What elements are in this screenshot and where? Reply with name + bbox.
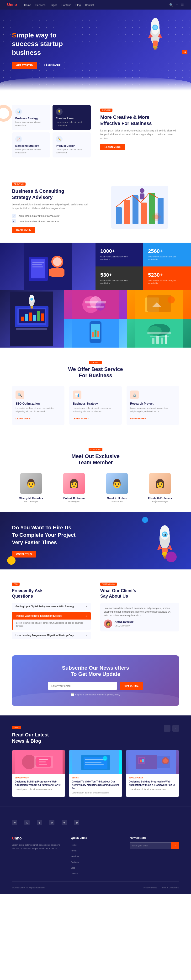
- nav-portfolio[interactable]: Portfolio: [62, 3, 71, 6]
- team-avatar-1: 👩: [63, 473, 85, 494]
- svg-rect-19: [140, 194, 145, 199]
- stats-section: 1000+ Over Paid Customers Project Worldw…: [0, 243, 191, 290]
- service-card-creative[interactable]: 💡 Creative Ideas Lorem ipsum dolor sit a…: [53, 105, 91, 130]
- portfolio-item-2[interactable]: [127, 290, 191, 319]
- blog-card-0[interactable]: DEVELOPMENT Designing Building Progressi…: [12, 750, 65, 797]
- svg-rect-39: [37, 311, 40, 321]
- service-card-desc-0: Lorem ipsum dolor sit amet consectetur: [15, 121, 47, 127]
- footer-subscribe-btn[interactable]: →: [171, 842, 179, 849]
- seo-icon: 🔍: [16, 391, 24, 399]
- blog-prev-btn[interactable]: ‹: [164, 725, 170, 732]
- brand-logo[interactable]: Unno: [7, 3, 17, 7]
- service-grid: 📊 Business Strategy Lorem ipsum dolor si…: [12, 105, 91, 158]
- footer-link-portfolio[interactable]: Portfolio: [71, 861, 79, 863]
- check-item-0: ✓ Lorem ipsum dolor sit amet consectetur: [12, 214, 91, 218]
- service-card-marketing[interactable]: 📈 Marketing Strategy Lorem ipsum dolor s…: [12, 132, 50, 158]
- svg-rect-11: [124, 200, 130, 224]
- footer-link-blog[interactable]: Blog: [71, 867, 75, 869]
- nav-services[interactable]: Services: [35, 3, 45, 6]
- blog-card-content-2: DEVELOPMENT Designing Building Progressi…: [126, 774, 179, 794]
- faq-item-2[interactable]: Loss Landing Programmes Migration Start-…: [12, 632, 91, 639]
- creative-icon: 💡: [56, 108, 62, 115]
- svg-rect-23: [32, 262, 44, 262]
- portfolio-item-3[interactable]: [64, 319, 127, 348]
- blog-tag-2: DEVELOPMENT: [129, 777, 176, 779]
- partner-2: ◈: [37, 820, 42, 825]
- footer-link-home[interactable]: Home: [71, 844, 76, 846]
- service-card-product[interactable]: ✏️ Product Design Lorem ipsum dolor sit …: [53, 132, 91, 158]
- svg-rect-73: [165, 335, 167, 344]
- blog-card-1[interactable]: DESIGN Created To Make You Think About O…: [69, 750, 122, 797]
- faq-item-0[interactable]: Getting Up A Digital Policy Assurance Wi…: [12, 603, 91, 610]
- service-card-business[interactable]: 📊 Business Strategy Lorem ipsum dolor si…: [12, 105, 50, 130]
- service-offer-card-2[interactable]: 🔬 Research Project Lorem ipsum dolor sit…: [127, 386, 179, 425]
- faq-item-1[interactable]: Trading Experiences In Digital Industrie…: [12, 612, 91, 630]
- service-offer-cards: 🔍 SEO Optimization Lorem ipsum dolor sit…: [12, 386, 179, 425]
- partner-0: ★: [12, 820, 17, 825]
- svg-rect-93: [39, 764, 47, 765]
- check-item-1: ✓ Lorem ipsum dolor sit amet consectetur: [12, 219, 91, 223]
- stat-box-2: 530+ Over Paid Customers Project Worldwi…: [96, 266, 143, 290]
- nav-blog[interactable]: Blog: [75, 3, 81, 6]
- footer-link-about[interactable]: About: [71, 850, 76, 852]
- svg-point-79: [164, 534, 164, 535]
- menu-icon[interactable]: ☰: [181, 3, 184, 7]
- strategy-description: Lorem ipsum dolor sit amet, consectetur …: [12, 203, 91, 210]
- testimonial-headline: What Our Client'sSay About Us: [100, 588, 179, 599]
- portfolio-item-0[interactable]: [0, 290, 64, 348]
- service-offer-link-1[interactable]: LEARN MORE ›: [73, 417, 89, 420]
- hero-content: Simple way tosuccess startupbusiness GET…: [12, 31, 179, 69]
- blog-card-2[interactable]: DEVELOPMENT Designing Building Progressi…: [126, 750, 179, 797]
- footer-col-brand: Unno Lorem ipsum dolor sit amet, consect…: [12, 836, 61, 877]
- portfolio-img-3: [64, 319, 127, 348]
- service-offer-link-2[interactable]: LEARN MORE ›: [130, 417, 146, 420]
- blog-card-content-0: DEVELOPMENT Designing Building Progressi…: [12, 774, 65, 794]
- service-offer-link-0[interactable]: LEARN MORE ›: [16, 417, 31, 420]
- hero-outline-button[interactable]: LEARN MORE: [40, 62, 65, 69]
- strategy-image: [100, 183, 179, 231]
- service-offer-card-0[interactable]: 🔍 SEO Optimization Lorem ipsum dolor sit…: [12, 386, 64, 425]
- footer-link-contact[interactable]: Contact: [71, 872, 78, 875]
- service-offer-title-0: SEO Optimization: [16, 402, 61, 405]
- strategy-readmore-btn[interactable]: READ MORE: [12, 227, 35, 233]
- service-card-desc-1: Lorem ipsum dolor sit amet consectetur: [56, 121, 88, 127]
- faq-header-0[interactable]: Getting Up A Digital Policy Assurance Wi…: [12, 603, 91, 610]
- portfolio-item-1[interactable]: [64, 290, 127, 319]
- team-name-2: Grant X. Hruban: [98, 497, 136, 500]
- research-icon: 🔬: [130, 391, 139, 399]
- best-service-headline: We Offer Best ServiceFor Business: [12, 366, 179, 379]
- footer-privacy-link[interactable]: Privacy Policy: [143, 886, 157, 889]
- partner-icon-4: ❋: [62, 820, 67, 825]
- blog-tag-1: DESIGN: [72, 777, 119, 779]
- newsletter-subscribe-btn[interactable]: SUBSCRIBE: [119, 682, 143, 690]
- blog-next-btn[interactable]: ›: [172, 725, 179, 732]
- svg-rect-64: [97, 331, 99, 337]
- services-learn-more-btn[interactable]: LEARN MORE: [100, 144, 125, 150]
- svg-rect-13: [141, 202, 147, 224]
- marketing-icon: 📈: [15, 136, 22, 142]
- team-role-0: Web Developer: [12, 500, 50, 503]
- newsletter-email-input[interactable]: [48, 682, 117, 690]
- service-offer-card-1[interactable]: 📊 Business Strategy Lorem ipsum dolor si…: [69, 386, 122, 425]
- nav-contact[interactable]: Contact: [85, 3, 94, 6]
- footer-terms-link[interactable]: Terms & Conditions: [161, 886, 179, 889]
- portfolio-item-4[interactable]: [127, 319, 191, 348]
- blog-img-0: [12, 750, 65, 774]
- footer-col-newsletter: Newsletters →: [130, 836, 179, 877]
- service-card-title-2: Marketing Strategy: [15, 144, 47, 147]
- footer: ★ ⬡ ◈ ⊕ ❋ ⬢ Unno Lorem ipsum dolor sit a…: [0, 807, 191, 894]
- svg-point-45: [31, 307, 33, 309]
- nav-home[interactable]: Home: [24, 3, 31, 6]
- nav-pages[interactable]: Pages: [50, 3, 57, 6]
- partner-icon-1: ⬡: [24, 820, 30, 825]
- faq-header-2[interactable]: Loss Landing Programmes Migration Start-…: [12, 632, 91, 639]
- service-offer-desc-2: Lorem ipsum dolor sit amet, consectetur …: [130, 407, 175, 413]
- footer-email-input[interactable]: [130, 842, 171, 849]
- faq-header-1[interactable]: Trading Experiences In Digital Industrie…: [12, 612, 91, 619]
- plus-icon[interactable]: ＋: [175, 3, 178, 7]
- cta-button[interactable]: CONTACT US: [12, 551, 36, 557]
- team-headline: Meet Out ExclusiveTeam Member: [12, 453, 179, 466]
- footer-link-services[interactable]: Services: [71, 855, 79, 858]
- hero-primary-button[interactable]: GET STARTED: [12, 62, 37, 69]
- search-icon[interactable]: 🔍: [169, 3, 173, 7]
